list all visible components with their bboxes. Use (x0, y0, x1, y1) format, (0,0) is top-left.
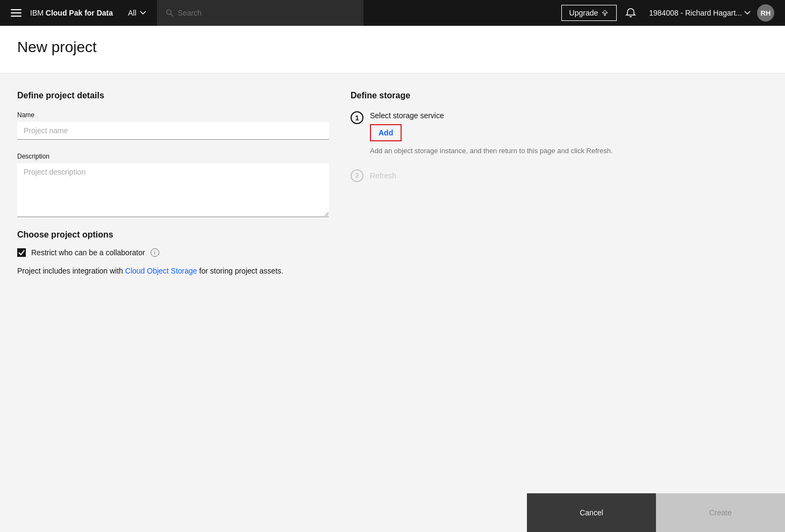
define-project-section-title: Define project details (17, 91, 329, 100)
cloud-object-storage-link[interactable]: Cloud Object Storage (125, 267, 197, 275)
integration-info-text: Project includes integration with Cloud … (17, 265, 329, 277)
storage-step-1: 1 Select storage service Add Add an obje… (351, 111, 768, 156)
main-content: Define project details Name Description … (0, 74, 785, 493)
restrict-collaborator-checkbox[interactable] (17, 248, 26, 257)
chevron-down-icon (744, 11, 751, 15)
left-panel: Define project details Name Description … (17, 91, 329, 476)
svg-line-4 (170, 14, 173, 17)
step-1-circle: 1 (351, 111, 363, 124)
svg-point-3 (166, 10, 170, 14)
page-title: New project (17, 39, 768, 56)
add-storage-button[interactable]: Add (370, 124, 402, 141)
hamburger-button[interactable] (6, 3, 26, 23)
user-menu-button[interactable]: 1984008 - Richard Hagart... RH (645, 4, 779, 21)
svg-rect-2 (11, 16, 22, 17)
name-field-group: Name (17, 111, 329, 140)
search-input[interactable] (178, 9, 355, 17)
category-dropdown[interactable]: All (122, 0, 153, 26)
search-icon (166, 9, 174, 17)
step-2-circle: 2 (351, 169, 363, 182)
description-field-group: Description (17, 153, 329, 217)
avatar: RH (757, 4, 774, 21)
page-header: New project (0, 26, 785, 74)
storage-step-2: 2 Refresh (351, 169, 768, 182)
topnav: IBM Cloud Pak for Data All Upgrade 19840… (0, 0, 785, 26)
svg-rect-0 (11, 9, 22, 10)
search-bar (157, 0, 363, 26)
step-1-content: Select storage service Add Add an object… (370, 111, 768, 156)
project-name-input[interactable] (17, 122, 329, 140)
step-1-description: Add an object storage instance, and then… (370, 146, 768, 156)
define-storage-section-title: Define storage (351, 91, 768, 100)
svg-rect-1 (11, 12, 22, 13)
project-options-section-title: Choose project options (17, 230, 329, 240)
bell-icon (625, 8, 636, 18)
description-label: Description (17, 153, 329, 160)
restrict-collaborator-row: Restrict who can be a collaborator i (17, 248, 329, 257)
project-description-input[interactable] (17, 163, 329, 217)
info-icon[interactable]: i (151, 248, 159, 257)
brand-name: IBM Cloud Pak for Data (30, 9, 113, 17)
right-panel: Define storage 1 Select storage service … (351, 91, 768, 476)
notifications-button[interactable] (621, 3, 640, 23)
restrict-collaborator-label: Restrict who can be a collaborator (31, 248, 145, 257)
step-1-heading: Select storage service (370, 111, 768, 120)
upgrade-button[interactable]: Upgrade (561, 5, 617, 21)
refresh-label: Refresh (370, 171, 396, 180)
upgrade-icon (601, 9, 609, 17)
name-label: Name (17, 111, 329, 119)
